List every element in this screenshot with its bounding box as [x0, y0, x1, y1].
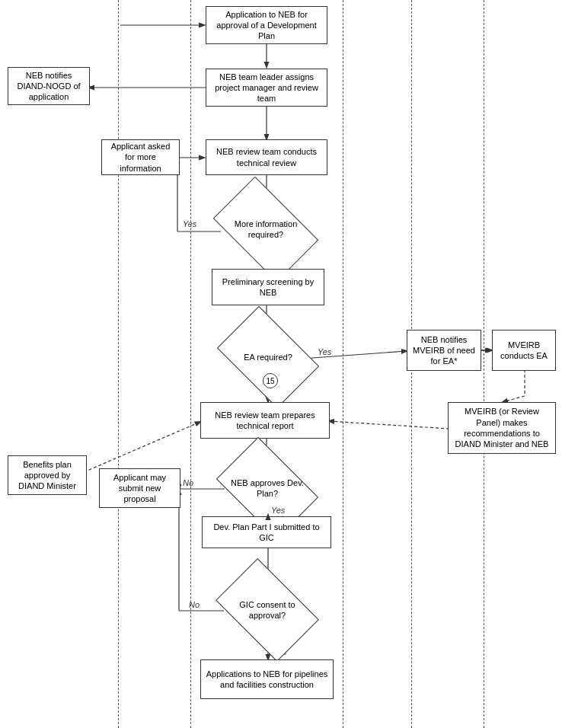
box-neb-review-report: NEB review team prepares technical repor…	[200, 402, 330, 439]
box-team-leader: NEB team leader assigns project manager …	[206, 69, 327, 107]
box-applicant-more-info: Applicant asked for more information	[101, 139, 180, 175]
diamond-gic-consent: GIC consent to approval?	[224, 580, 311, 640]
svg-line-16	[329, 421, 449, 429]
svg-text:Yes: Yes	[318, 347, 332, 356]
box-dev-plan-gic: Dev. Plan Part I submitted to GIC	[202, 516, 331, 548]
svg-text:No: No	[183, 478, 193, 487]
box-application-neb: Application to NEB for approval of a Dev…	[206, 6, 327, 44]
svg-line-20	[84, 422, 200, 472]
lane-line-3	[343, 0, 343, 728]
circle-15: 15	[263, 373, 278, 388]
lane-line-1	[118, 0, 119, 728]
svg-line-11	[302, 351, 407, 359]
box-mveirb-recommendations: MVEIRB (or Review Panel) makes recommend…	[448, 402, 556, 454]
lane-line-5	[484, 0, 484, 728]
lane-line-2	[190, 0, 191, 728]
diamond-more-info: More information required?	[221, 200, 311, 259]
flowchart: Yes No Yes No No Yes	[0, 0, 562, 728]
box-preliminary-screening: Preliminary screening by NEB	[212, 269, 324, 305]
box-neb-notifies: NEB notifies DIAND-NOGD of application	[8, 67, 90, 105]
box-applicant-new-proposal: Applicant may submit new proposal	[99, 468, 180, 508]
box-technical-review: NEB review team conducts technical revie…	[206, 139, 327, 175]
box-neb-notifies-mveirb: NEB notifies MVEIRB of need for EA*	[407, 330, 481, 371]
svg-line-15	[503, 396, 525, 402]
diamond-neb-approves: NEB approves Dev. Plan?	[225, 458, 310, 518]
box-benefits-plan: Benefits plan approved by DIAND Minister	[8, 455, 87, 495]
box-mveirb-ea: MVEIRB conducts EA	[492, 330, 556, 371]
box-applications-neb: Applications to NEB for pipelines and fa…	[200, 659, 334, 699]
